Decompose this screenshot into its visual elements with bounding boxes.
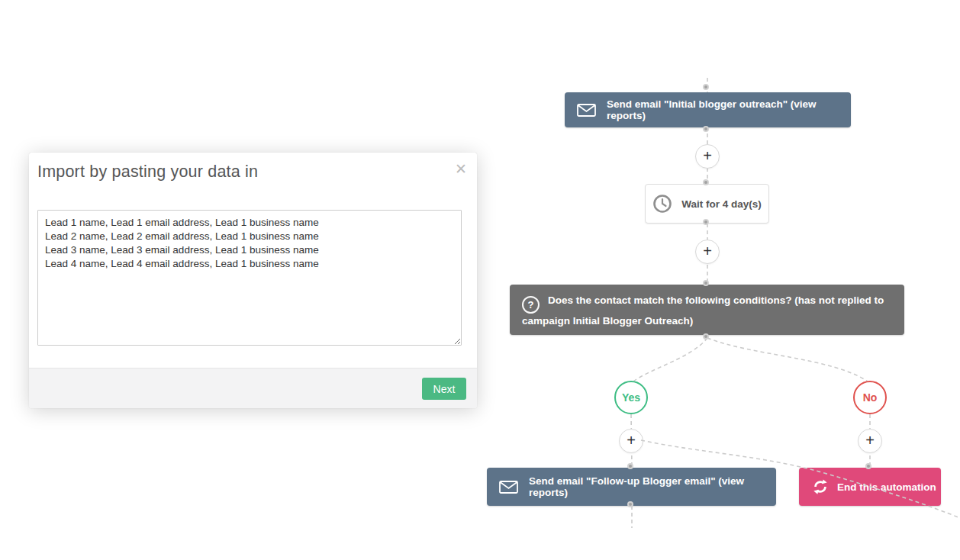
branch-yes-badge: Yes (614, 381, 648, 414)
end-automation-node[interactable]: End this automation (799, 468, 941, 506)
connector-dot (703, 84, 709, 90)
branch-label: Yes (622, 391, 640, 404)
connector-dot (865, 463, 871, 469)
question-icon: ? (522, 296, 540, 314)
condition-node[interactable]: ?Does the contact match the following co… (510, 285, 904, 335)
modal-title: Import by pasting your data in (37, 163, 258, 182)
connector-condition-to-yes (633, 338, 707, 381)
branch-label: No (863, 391, 878, 404)
import-paste-modal: Import by pasting your data in ✕ Lead 1 … (29, 153, 477, 408)
node-label: End this automation (837, 481, 936, 493)
connector-dot (627, 501, 633, 507)
connector-dot (703, 219, 709, 225)
automation-canvas: Send email "Initial blogger outreach" (v… (0, 0, 960, 560)
connector-dot (627, 463, 633, 469)
send-email-node-followup[interactable]: Send email "Follow-up Blogger email" (vi… (487, 468, 776, 506)
close-icon[interactable]: ✕ (455, 162, 467, 176)
modal-footer: Next (29, 368, 477, 408)
connector-dot (703, 179, 709, 185)
refresh-icon (812, 478, 829, 495)
branch-no-badge: No (853, 381, 887, 414)
send-email-node-initial[interactable]: Send email "Initial blogger outreach" (v… (565, 92, 851, 127)
node-label: Send email "Follow-up Blogger email" (vi… (529, 475, 776, 498)
paste-data-textarea[interactable]: Lead 1 name, Lead 1 email address, Lead … (37, 210, 462, 346)
add-action-button[interactable]: + (695, 144, 720, 169)
next-button[interactable]: Next (422, 378, 466, 400)
connector-dot (703, 333, 709, 340)
connector-dot (703, 126, 709, 132)
add-action-button[interactable]: + (858, 429, 882, 453)
add-action-button[interactable]: + (695, 240, 720, 264)
node-label: Wait for 4 day(s) (681, 198, 762, 210)
envelope-icon (499, 481, 518, 494)
wait-node[interactable]: Wait for 4 day(s) (645, 184, 769, 224)
add-action-button[interactable]: + (619, 429, 643, 453)
connector-dot (703, 280, 709, 286)
clock-icon (652, 194, 672, 214)
node-label: Does the contact match the following con… (522, 294, 884, 327)
node-label: Send email "Initial blogger outreach" (v… (607, 98, 851, 121)
envelope-icon (577, 104, 596, 117)
connector-condition-to-no (707, 338, 868, 381)
